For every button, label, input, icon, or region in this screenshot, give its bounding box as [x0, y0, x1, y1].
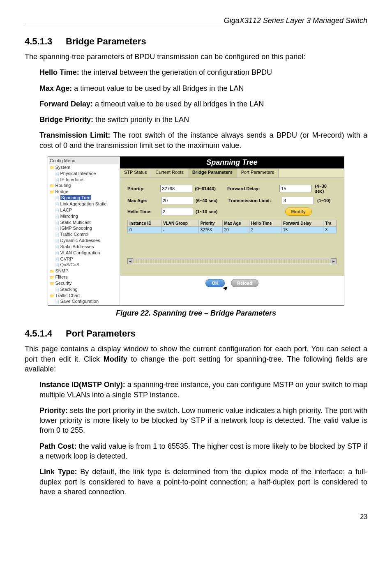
grid-header[interactable]: Max Age [222, 220, 249, 227]
tree-qos-cos[interactable]: QoS/CoS [49, 262, 119, 268]
forward-delay-input[interactable] [279, 185, 311, 192]
section-heading-bridge-parameters: 4.5.1.3Bridge Parameters [25, 36, 367, 47]
tree-routing[interactable]: Routing [49, 182, 119, 189]
max-age-input[interactable] [161, 197, 193, 204]
transmission-limit-input[interactable] [282, 197, 314, 204]
forward-delay-hint: (4~30 sec) [311, 184, 337, 194]
tab-current-roots[interactable]: Current Roots [151, 168, 188, 178]
tree-bridge[interactable]: Bridge [49, 189, 119, 195]
bridge-priority-desc: Bridge Priority: the switch priority in … [39, 115, 367, 125]
forward-delay-label: Forward Delay: [227, 186, 280, 191]
tree-gvrp[interactable]: GVRP [49, 256, 119, 262]
tree-mirroring[interactable]: Mirroring [49, 213, 119, 219]
modify-button[interactable]: Modify [285, 208, 312, 216]
running-header: GigaX3112 Series Layer 3 Managed Switch [25, 16, 367, 25]
figure-22-screenshot: Config Menu System Physical Interface IP… [48, 156, 344, 306]
horizontal-scrollbar[interactable]: ◄ ► [127, 258, 337, 264]
tree-vlan-configuration[interactable]: VLAN Configuration [49, 250, 119, 256]
page-number: 23 [25, 513, 367, 521]
grid-header[interactable]: Forward Delay [281, 220, 323, 227]
tree-system[interactable]: System [49, 164, 119, 171]
tab-bridge-parameters[interactable]: Bridge Parameters [188, 168, 237, 178]
scroll-left-arrow-icon[interactable]: ◄ [127, 258, 133, 264]
max-age-desc: Max Age: a timeout value to be used by a… [39, 83, 367, 93]
grid-header[interactable]: Priority [198, 220, 222, 227]
tree-traffic-chart[interactable]: Traffic Chart [49, 293, 119, 299]
section-heading-port-parameters: 4.5.1.4Port Parameters [25, 328, 367, 339]
tree-stacking[interactable]: Stacking [49, 286, 119, 293]
priority-desc: Priority: sets the port priority in the … [39, 406, 367, 436]
max-age-hint: (6~40 sec) [193, 198, 228, 203]
tab-bar: STP Status Current Roots Bridge Paramete… [120, 168, 344, 178]
transmission-limit-hint: (1~10) [314, 198, 330, 203]
scroll-track[interactable] [133, 259, 331, 263]
scroll-right-arrow-icon[interactable]: ► [331, 258, 337, 264]
tree-security[interactable]: Security [49, 280, 119, 286]
priority-input[interactable] [160, 185, 192, 192]
bridge-params-form: Priority: (0~61440) Forward Delay: (4~30… [120, 178, 344, 276]
tab-port-parameters[interactable]: Port Parameters [237, 168, 279, 178]
path-cost-desc: Path Cost: the valid value is from 1 to … [39, 441, 367, 461]
instance-id-desc: Instance ID(MSTP Only): a spanning-tree … [39, 380, 367, 400]
tree-spanning-tree[interactable]: Spanning Tree [49, 195, 119, 201]
reload-button[interactable]: Reload [231, 279, 258, 287]
tree-link-agg-static[interactable]: Link Aggregation Static [49, 201, 119, 207]
tree-save-configuration[interactable]: Save Configuration [49, 298, 119, 304]
tree-physical-interface[interactable]: Physical Interface [49, 171, 119, 177]
tree-title: Config Menu [49, 157, 119, 164]
grid-header[interactable]: Instance ID [128, 220, 161, 227]
tree-ip-interface[interactable]: IP Interface [49, 177, 119, 183]
tree-traffic-control[interactable]: Traffic Control [49, 231, 119, 238]
tree-lacp[interactable]: LACP [49, 207, 119, 213]
tree-static-addresses[interactable]: Static Addresses [49, 244, 119, 250]
tree-igmp-snooping[interactable]: IGMP Snooping [49, 225, 119, 231]
grid-header[interactable]: Hello Time [249, 220, 281, 227]
max-age-label: Max Age: [127, 198, 161, 203]
priority-label: Priority: [127, 186, 160, 191]
tree-dynamic-addresses[interactable]: Dynamic Addresses [49, 238, 119, 244]
ok-button[interactable]: OK [205, 279, 225, 287]
forward-delay-desc: Forward Delay: a timeout value to be use… [39, 99, 367, 109]
figure-caption: Figure 22. Spanning tree – Bridge Parame… [25, 309, 367, 318]
intro-paragraph: The spanning-tree parameters of BPDU tra… [25, 52, 367, 62]
panel-title: Spanning Tree [120, 157, 344, 168]
instance-grid: Instance ID VLAN Group Priority Max Age … [127, 220, 337, 233]
grid-header[interactable]: Tra [323, 220, 337, 227]
tree-filters[interactable]: Filters [49, 274, 119, 280]
port-params-intro: This page contains a display window to s… [25, 344, 367, 374]
tab-stp-status[interactable]: STP Status [120, 168, 151, 178]
transmission-limit-desc: Transmission Limit: The root switch of t… [39, 130, 367, 150]
link-type-desc: Link Type: By default, the link type is … [39, 467, 367, 497]
config-menu-tree: Config Menu System Physical Interface IP… [48, 157, 120, 305]
tree-static-multicast[interactable]: Static Multicast [49, 219, 119, 226]
grid-header[interactable]: VLAN Group [161, 220, 198, 227]
hello-time-label: Hello Time: [127, 209, 161, 214]
hello-time-hint: (1~10 sec) [193, 209, 228, 214]
transmission-limit-label: Transmission Limit: [228, 198, 282, 203]
priority-hint: (0~61440) [192, 186, 227, 191]
hello-time-input[interactable] [161, 208, 193, 215]
tree-snmp[interactable]: SNMP [49, 268, 119, 274]
grid-row[interactable]: 0 - 32768 20 2 15 3 [128, 227, 337, 233]
hello-time-desc: Hello Time: the interval between the gen… [39, 67, 367, 77]
